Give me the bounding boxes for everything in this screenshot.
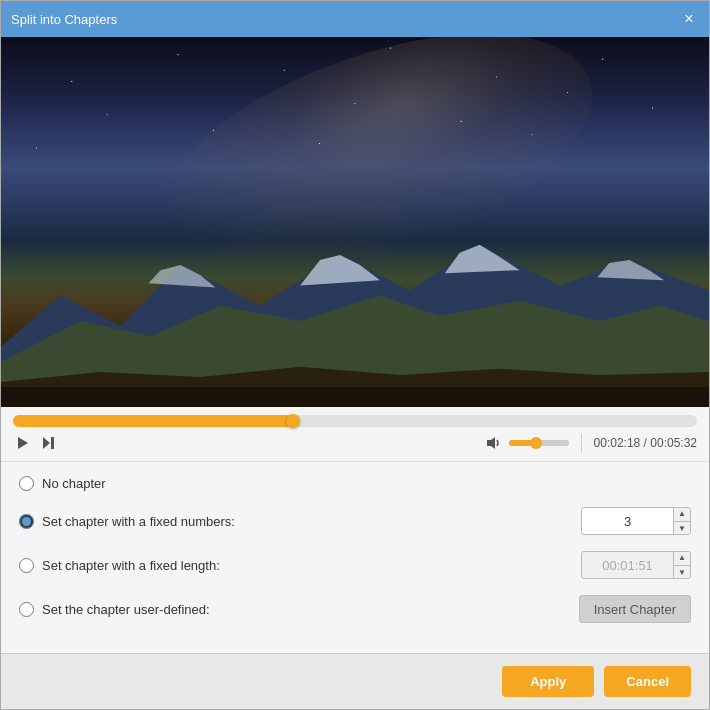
svg-marker-4 [149, 265, 216, 287]
volume-button[interactable] [483, 433, 505, 453]
fixed-numbers-row: Set chapter with a fixed numbers: 3 ▲ ▼ [19, 507, 691, 535]
time-sep: / [640, 436, 650, 450]
media-controls: 00:02:18 / 00:05:32 [1, 407, 709, 462]
skip-forward-button[interactable] [39, 433, 59, 453]
close-button[interactable]: × [679, 9, 699, 29]
fixed-length-label[interactable]: Set chapter with a fixed length: [42, 558, 573, 573]
apply-button[interactable]: Apply [502, 666, 594, 697]
fixed-length-radio[interactable] [19, 558, 34, 573]
svg-rect-7 [1, 387, 709, 407]
fixed-length-input-container: 00:01:51 ▲ ▼ [581, 551, 691, 579]
svg-rect-10 [51, 437, 54, 449]
volume-area [483, 433, 569, 453]
fixed-numbers-label[interactable]: Set chapter with a fixed numbers: [42, 514, 573, 529]
cancel-button[interactable]: Cancel [604, 666, 691, 697]
video-preview [1, 37, 709, 407]
fixed-length-spinbox-arrows: ▲ ▼ [673, 551, 690, 579]
fixed-numbers-radio[interactable] [19, 514, 34, 529]
volume-icon [485, 435, 503, 451]
fixed-length-value: 00:01:51 [582, 558, 673, 573]
skip-icon [41, 435, 57, 451]
svg-marker-2 [445, 244, 520, 272]
progress-bar[interactable] [13, 415, 697, 427]
svg-marker-11 [487, 437, 495, 449]
insert-chapter-button[interactable]: Insert Chapter [579, 595, 691, 623]
fixed-numbers-spinbox[interactable]: 3 ▲ ▼ [581, 507, 691, 535]
progress-thumb [286, 414, 300, 428]
video-frame [1, 37, 709, 407]
mountain-overlay [1, 204, 709, 408]
fixed-numbers-value: 3 [582, 514, 673, 529]
progress-fill [13, 415, 293, 427]
playback-controls-row: 00:02:18 / 00:05:32 [13, 433, 697, 453]
svg-marker-8 [18, 437, 28, 449]
time-display: 00:02:18 / 00:05:32 [594, 436, 697, 450]
current-time: 00:02:18 [594, 436, 641, 450]
titlebar: Split into Chapters × [1, 1, 709, 37]
chapter-options: No chapter Set chapter with a fixed numb… [1, 462, 709, 653]
total-time: 00:05:32 [650, 436, 697, 450]
user-defined-radio[interactable] [19, 602, 34, 617]
no-chapter-radio[interactable] [19, 476, 34, 491]
fixed-numbers-input-container: 3 ▲ ▼ [581, 507, 691, 535]
fixed-length-up-button[interactable]: ▲ [674, 551, 690, 566]
dialog-title: Split into Chapters [11, 12, 117, 27]
split-chapters-dialog: Split into Chapters × [0, 0, 710, 710]
user-defined-row: Set the chapter user-defined: Insert Cha… [19, 595, 691, 623]
play-button[interactable] [13, 433, 33, 453]
divider [581, 434, 582, 452]
fixed-length-down-button[interactable]: ▼ [674, 566, 690, 580]
spinbox-up-button[interactable]: ▲ [674, 507, 690, 522]
volume-slider[interactable] [509, 440, 569, 446]
play-icon [15, 435, 31, 451]
spinbox-arrows: ▲ ▼ [673, 507, 690, 535]
fixed-length-row: Set chapter with a fixed length: 00:01:5… [19, 551, 691, 579]
dialog-footer: Apply Cancel [1, 653, 709, 709]
svg-marker-9 [43, 437, 50, 449]
no-chapter-row: No chapter [19, 476, 691, 491]
no-chapter-label[interactable]: No chapter [42, 476, 691, 491]
user-defined-label[interactable]: Set the chapter user-defined: [42, 602, 571, 617]
insert-chapter-container: Insert Chapter [579, 595, 691, 623]
spinbox-down-button[interactable]: ▼ [674, 522, 690, 536]
fixed-length-spinbox[interactable]: 00:01:51 ▲ ▼ [581, 551, 691, 579]
volume-thumb [530, 437, 542, 449]
